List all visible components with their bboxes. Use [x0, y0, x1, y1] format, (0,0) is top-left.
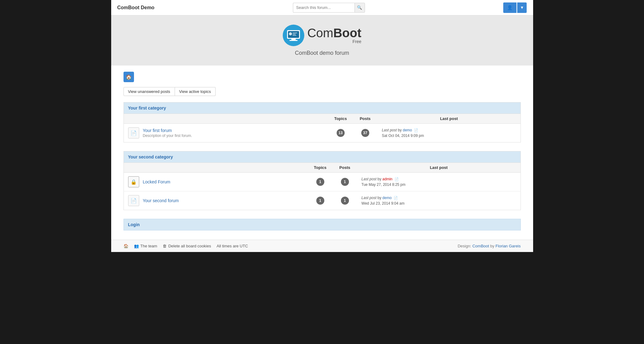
action-buttons: View unanswered posts View active topics	[124, 87, 521, 96]
footer: 🏠 👥 The team 🗑 Delete all board cookies …	[111, 240, 533, 252]
category-section-cat1: Your first category Topics Posts Last po…	[124, 102, 521, 142]
category-table: Your first category Topics Posts Last po…	[124, 102, 521, 142]
last-post-user-link[interactable]: demo	[383, 196, 392, 200]
logo-boot: Boot	[333, 26, 361, 40]
topics-badge: 13	[337, 129, 345, 137]
last-post-text: Last post by demo 📄 Sat Oct 04, 2014 9:0…	[382, 127, 516, 138]
col-topics: Topics	[308, 163, 333, 173]
svg-rect-7	[293, 34, 296, 34]
last-post-date: Tue May 27, 2014 8:25 pm	[362, 182, 406, 187]
footer-designer-link[interactable]: Florian Gareis	[496, 244, 521, 248]
svg-rect-4	[290, 40, 298, 41]
forum-row: 📄 Your first forum Description of your f…	[124, 124, 520, 142]
forum-name-link[interactable]: Locked Forum	[143, 179, 170, 184]
forum-cell: 📄 Your first forum Description of your f…	[124, 124, 328, 142]
svg-rect-6	[293, 33, 297, 33]
forum-lastpost-cell: Last post by admin 📄 Tue May 27, 2014 8:…	[357, 173, 520, 191]
footer-comboot-link[interactable]: ComBoot	[472, 244, 489, 248]
footer-right: Design: ComBoot by Florian Gareis	[458, 244, 521, 248]
col-forum	[124, 114, 328, 124]
view-unanswered-button[interactable]: View unanswered posts	[124, 87, 175, 96]
col-forum	[124, 163, 308, 173]
main-content: 🏠 View unanswered posts View active topi…	[111, 66, 533, 240]
login-label: Login	[128, 222, 140, 227]
last-post-prefix: Last post	[362, 177, 377, 181]
footer-team-icon: 👥	[134, 244, 139, 248]
svg-point-5	[289, 32, 292, 35]
forum-posts-cell: 1	[333, 191, 357, 210]
logo-free: Free	[352, 39, 361, 44]
footer-home-link[interactable]: 🏠	[124, 244, 128, 248]
chevron-down-icon: ▼	[520, 5, 524, 10]
forum-icon: 🔒	[128, 176, 139, 187]
user-button[interactable]: 👤	[503, 2, 516, 13]
footer-cookies-label: Delete all board cookies	[168, 244, 211, 248]
category-header: Your first category	[124, 102, 520, 114]
posts-badge: 37	[361, 129, 369, 137]
col-header: Topics Posts Last post	[124, 114, 520, 124]
col-header: Topics Posts Last post	[124, 163, 520, 173]
logo-text: ComBoot	[307, 27, 362, 39]
login-section: Login	[124, 219, 521, 230]
footer-by: by	[489, 244, 496, 248]
col-posts: Posts	[353, 114, 378, 124]
forum-posts-cell: 37	[353, 124, 378, 142]
breadcrumb: 🏠	[124, 72, 521, 82]
forum-name-link[interactable]: Your first forum	[143, 128, 172, 133]
col-topics: Topics	[328, 114, 353, 124]
footer-cookies-link[interactable]: 🗑 Delete all board cookies	[163, 244, 211, 248]
search-form: 🔍	[293, 3, 365, 13]
last-post-user-link[interactable]: admin	[383, 177, 393, 181]
post-link-icon: 📄	[395, 177, 399, 181]
footer-timezone: All times are UTC	[217, 244, 248, 248]
posts-badge: 1	[341, 197, 349, 205]
category-header: Your second category	[124, 151, 520, 163]
footer-team-link[interactable]: 👥 The team	[134, 244, 157, 248]
home-breadcrumb-button[interactable]: 🏠	[124, 72, 134, 82]
search-button[interactable]: 🔍	[354, 3, 365, 13]
category-name-link[interactable]: Your second category	[128, 154, 173, 159]
footer-home-icon: 🏠	[124, 244, 128, 248]
forum-posts-cell: 1	[333, 173, 357, 191]
last-post-date: Sat Oct 04, 2014 9:09 pm	[382, 134, 424, 138]
forum-lastpost-cell: Last post by demo 📄 Sat Oct 04, 2014 9:0…	[378, 124, 520, 142]
col-lastpost: Last post	[357, 163, 520, 173]
col-lastpost: Last post	[378, 114, 520, 124]
view-active-button[interactable]: View active topics	[175, 87, 216, 96]
forum-name-link[interactable]: Your second forum	[143, 198, 179, 203]
categories-container: Your first category Topics Posts Last po…	[124, 102, 521, 210]
navbar-brand[interactable]: ComBoot Demo	[117, 5, 155, 10]
forum-topics-cell: 1	[308, 191, 333, 210]
forum-icon: 📄	[128, 195, 139, 206]
home-icon: 🏠	[126, 74, 132, 80]
footer-team-label: The team	[140, 244, 157, 248]
forum-cell: 📄 Your second forum	[124, 191, 308, 210]
forum-cell-inner: 🔒 Locked Forum	[128, 176, 304, 187]
topics-badge: 1	[316, 178, 324, 186]
forum-topics-cell: 13	[328, 124, 353, 142]
navbar-right: 👤 ▼	[503, 2, 527, 13]
logo-com: Com	[307, 26, 333, 40]
last-post-user-link[interactable]: demo	[403, 128, 412, 132]
col-posts: Posts	[333, 163, 357, 173]
forum-topics-cell: 1	[308, 173, 333, 191]
category-name-link[interactable]: Your first category	[128, 106, 166, 110]
user-dropdown-button[interactable]: ▼	[517, 2, 527, 13]
forum-info: Locked Forum	[143, 179, 170, 184]
footer-left: 🏠 👥 The team 🗑 Delete all board cookies …	[124, 244, 248, 248]
category-tbody: 🔒 Locked Forum 1 1	[124, 173, 520, 210]
hero-section: ComBoot Free ComBoot demo forum	[111, 15, 533, 66]
category-section-cat2: Your second category Topics Posts Last p…	[124, 151, 521, 210]
forum-row: 🔒 Locked Forum 1 1	[124, 173, 520, 191]
forum-subtitle: ComBoot demo forum	[117, 50, 527, 56]
topics-badge: 1	[316, 197, 324, 205]
user-icon: 👤	[507, 5, 513, 10]
forum-icon: 📄	[128, 127, 139, 138]
last-post-prefix: Last post	[382, 128, 397, 132]
last-post-date: Wed Jul 23, 2014 9:04 am	[362, 201, 405, 206]
logo-container: ComBoot Free	[117, 25, 527, 46]
search-input[interactable]	[293, 3, 354, 13]
forum-cell-inner: 📄 Your second forum	[128, 195, 304, 206]
search-icon: 🔍	[357, 5, 362, 10]
forum-lastpost-cell: Last post by demo 📄 Wed Jul 23, 2014 9:0…	[357, 191, 520, 210]
